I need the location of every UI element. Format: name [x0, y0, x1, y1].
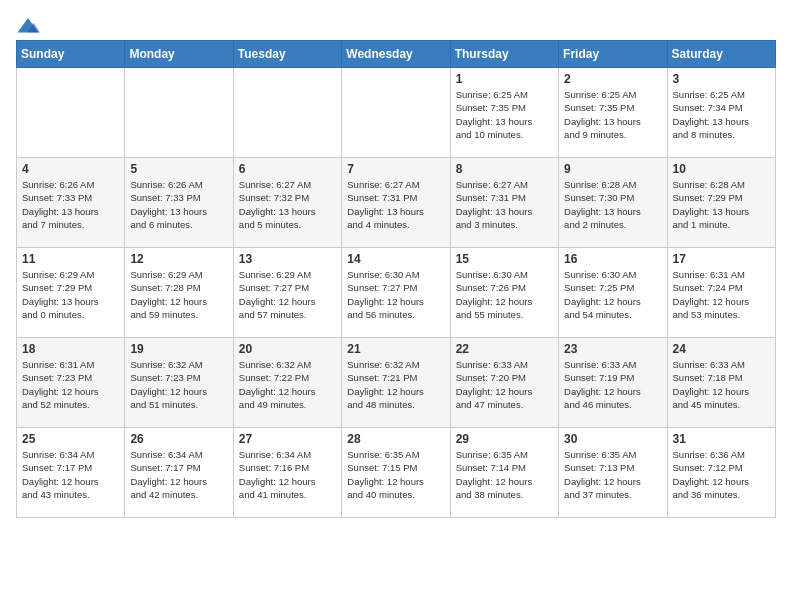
- calendar-table: SundayMondayTuesdayWednesdayThursdayFrid…: [16, 40, 776, 518]
- calendar-cell: 22Sunrise: 6:33 AM Sunset: 7:20 PM Dayli…: [450, 338, 558, 428]
- calendar-cell: 26Sunrise: 6:34 AM Sunset: 7:17 PM Dayli…: [125, 428, 233, 518]
- calendar-cell: 14Sunrise: 6:30 AM Sunset: 7:27 PM Dayli…: [342, 248, 450, 338]
- day-number: 4: [22, 162, 119, 176]
- day-info: Sunrise: 6:31 AM Sunset: 7:24 PM Dayligh…: [673, 268, 770, 321]
- calendar-cell: 12Sunrise: 6:29 AM Sunset: 7:28 PM Dayli…: [125, 248, 233, 338]
- calendar-cell: 29Sunrise: 6:35 AM Sunset: 7:14 PM Dayli…: [450, 428, 558, 518]
- day-info: Sunrise: 6:33 AM Sunset: 7:19 PM Dayligh…: [564, 358, 661, 411]
- day-number: 11: [22, 252, 119, 266]
- day-number: 1: [456, 72, 553, 86]
- day-number: 24: [673, 342, 770, 356]
- day-number: 9: [564, 162, 661, 176]
- day-info: Sunrise: 6:30 AM Sunset: 7:25 PM Dayligh…: [564, 268, 661, 321]
- day-number: 22: [456, 342, 553, 356]
- day-info: Sunrise: 6:29 AM Sunset: 7:28 PM Dayligh…: [130, 268, 227, 321]
- day-number: 26: [130, 432, 227, 446]
- logo: [16, 16, 44, 36]
- page-header: [16, 16, 776, 36]
- day-number: 19: [130, 342, 227, 356]
- calendar-cell: [17, 68, 125, 158]
- header-sunday: Sunday: [17, 41, 125, 68]
- day-number: 5: [130, 162, 227, 176]
- header-wednesday: Wednesday: [342, 41, 450, 68]
- calendar-cell: 3Sunrise: 6:25 AM Sunset: 7:34 PM Daylig…: [667, 68, 775, 158]
- calendar-cell: 13Sunrise: 6:29 AM Sunset: 7:27 PM Dayli…: [233, 248, 341, 338]
- header-monday: Monday: [125, 41, 233, 68]
- header-friday: Friday: [559, 41, 667, 68]
- calendar-cell: 21Sunrise: 6:32 AM Sunset: 7:21 PM Dayli…: [342, 338, 450, 428]
- calendar-cell: 10Sunrise: 6:28 AM Sunset: 7:29 PM Dayli…: [667, 158, 775, 248]
- day-info: Sunrise: 6:34 AM Sunset: 7:17 PM Dayligh…: [130, 448, 227, 501]
- day-number: 7: [347, 162, 444, 176]
- day-number: 10: [673, 162, 770, 176]
- calendar-cell: 31Sunrise: 6:36 AM Sunset: 7:12 PM Dayli…: [667, 428, 775, 518]
- day-number: 31: [673, 432, 770, 446]
- calendar-cell: [233, 68, 341, 158]
- calendar-cell: 2Sunrise: 6:25 AM Sunset: 7:35 PM Daylig…: [559, 68, 667, 158]
- day-info: Sunrise: 6:31 AM Sunset: 7:23 PM Dayligh…: [22, 358, 119, 411]
- day-info: Sunrise: 6:25 AM Sunset: 7:35 PM Dayligh…: [456, 88, 553, 141]
- day-number: 8: [456, 162, 553, 176]
- day-info: Sunrise: 6:28 AM Sunset: 7:29 PM Dayligh…: [673, 178, 770, 231]
- header-saturday: Saturday: [667, 41, 775, 68]
- day-number: 17: [673, 252, 770, 266]
- header-tuesday: Tuesday: [233, 41, 341, 68]
- calendar-cell: [342, 68, 450, 158]
- logo-icon: [16, 16, 40, 36]
- day-number: 12: [130, 252, 227, 266]
- calendar-cell: 17Sunrise: 6:31 AM Sunset: 7:24 PM Dayli…: [667, 248, 775, 338]
- day-info: Sunrise: 6:35 AM Sunset: 7:14 PM Dayligh…: [456, 448, 553, 501]
- calendar-cell: 28Sunrise: 6:35 AM Sunset: 7:15 PM Dayli…: [342, 428, 450, 518]
- day-info: Sunrise: 6:32 AM Sunset: 7:23 PM Dayligh…: [130, 358, 227, 411]
- calendar-cell: 24Sunrise: 6:33 AM Sunset: 7:18 PM Dayli…: [667, 338, 775, 428]
- day-number: 21: [347, 342, 444, 356]
- day-info: Sunrise: 6:27 AM Sunset: 7:31 PM Dayligh…: [347, 178, 444, 231]
- calendar-cell: 18Sunrise: 6:31 AM Sunset: 7:23 PM Dayli…: [17, 338, 125, 428]
- calendar-cell: 15Sunrise: 6:30 AM Sunset: 7:26 PM Dayli…: [450, 248, 558, 338]
- calendar-cell: 25Sunrise: 6:34 AM Sunset: 7:17 PM Dayli…: [17, 428, 125, 518]
- calendar-cell: 23Sunrise: 6:33 AM Sunset: 7:19 PM Dayli…: [559, 338, 667, 428]
- day-number: 20: [239, 342, 336, 356]
- day-info: Sunrise: 6:28 AM Sunset: 7:30 PM Dayligh…: [564, 178, 661, 231]
- day-number: 27: [239, 432, 336, 446]
- week-row-1: 1Sunrise: 6:25 AM Sunset: 7:35 PM Daylig…: [17, 68, 776, 158]
- calendar-cell: 27Sunrise: 6:34 AM Sunset: 7:16 PM Dayli…: [233, 428, 341, 518]
- day-info: Sunrise: 6:34 AM Sunset: 7:16 PM Dayligh…: [239, 448, 336, 501]
- day-info: Sunrise: 6:32 AM Sunset: 7:22 PM Dayligh…: [239, 358, 336, 411]
- day-info: Sunrise: 6:35 AM Sunset: 7:15 PM Dayligh…: [347, 448, 444, 501]
- calendar-cell: 16Sunrise: 6:30 AM Sunset: 7:25 PM Dayli…: [559, 248, 667, 338]
- week-row-4: 18Sunrise: 6:31 AM Sunset: 7:23 PM Dayli…: [17, 338, 776, 428]
- day-info: Sunrise: 6:36 AM Sunset: 7:12 PM Dayligh…: [673, 448, 770, 501]
- calendar-cell: 20Sunrise: 6:32 AM Sunset: 7:22 PM Dayli…: [233, 338, 341, 428]
- calendar-cell: 9Sunrise: 6:28 AM Sunset: 7:30 PM Daylig…: [559, 158, 667, 248]
- calendar-cell: 19Sunrise: 6:32 AM Sunset: 7:23 PM Dayli…: [125, 338, 233, 428]
- day-number: 14: [347, 252, 444, 266]
- day-number: 3: [673, 72, 770, 86]
- day-info: Sunrise: 6:33 AM Sunset: 7:18 PM Dayligh…: [673, 358, 770, 411]
- day-number: 29: [456, 432, 553, 446]
- day-info: Sunrise: 6:32 AM Sunset: 7:21 PM Dayligh…: [347, 358, 444, 411]
- day-info: Sunrise: 6:30 AM Sunset: 7:26 PM Dayligh…: [456, 268, 553, 321]
- day-info: Sunrise: 6:35 AM Sunset: 7:13 PM Dayligh…: [564, 448, 661, 501]
- day-number: 30: [564, 432, 661, 446]
- day-number: 6: [239, 162, 336, 176]
- day-number: 25: [22, 432, 119, 446]
- day-number: 2: [564, 72, 661, 86]
- day-info: Sunrise: 6:33 AM Sunset: 7:20 PM Dayligh…: [456, 358, 553, 411]
- week-row-5: 25Sunrise: 6:34 AM Sunset: 7:17 PM Dayli…: [17, 428, 776, 518]
- calendar-cell: 1Sunrise: 6:25 AM Sunset: 7:35 PM Daylig…: [450, 68, 558, 158]
- calendar-cell: 8Sunrise: 6:27 AM Sunset: 7:31 PM Daylig…: [450, 158, 558, 248]
- day-info: Sunrise: 6:30 AM Sunset: 7:27 PM Dayligh…: [347, 268, 444, 321]
- day-info: Sunrise: 6:34 AM Sunset: 7:17 PM Dayligh…: [22, 448, 119, 501]
- header-row: SundayMondayTuesdayWednesdayThursdayFrid…: [17, 41, 776, 68]
- calendar-cell: 7Sunrise: 6:27 AM Sunset: 7:31 PM Daylig…: [342, 158, 450, 248]
- day-number: 13: [239, 252, 336, 266]
- day-number: 18: [22, 342, 119, 356]
- day-number: 23: [564, 342, 661, 356]
- calendar-cell: 30Sunrise: 6:35 AM Sunset: 7:13 PM Dayli…: [559, 428, 667, 518]
- day-info: Sunrise: 6:27 AM Sunset: 7:31 PM Dayligh…: [456, 178, 553, 231]
- day-number: 28: [347, 432, 444, 446]
- calendar-cell: 5Sunrise: 6:26 AM Sunset: 7:33 PM Daylig…: [125, 158, 233, 248]
- header-thursday: Thursday: [450, 41, 558, 68]
- calendar-cell: 11Sunrise: 6:29 AM Sunset: 7:29 PM Dayli…: [17, 248, 125, 338]
